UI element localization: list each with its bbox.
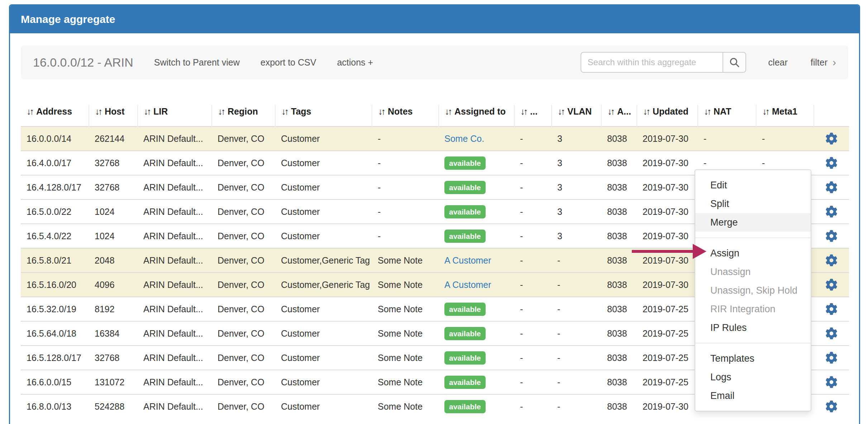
status-badge-available: available [444,156,486,170]
cell-c8: - [514,321,552,346]
cell-asn: 8038 [601,151,637,175]
menu-item-merge[interactable]: Merge [695,213,811,232]
aggregate-title: 16.0.0.0/12 - ARIN [33,56,133,69]
sort-icon: ↓↑ [520,106,526,116]
cell-actions [814,248,849,273]
cell-tags: Customer [275,199,372,224]
gear-icon[interactable] [825,352,838,364]
cell-assigned: Some Co. [439,126,514,151]
assigned-to-link[interactable]: A Customer [444,255,491,265]
menu-divider [695,343,811,343]
column-header-nat[interactable]: ↓↑NAT [698,105,756,126]
filter-link[interactable]: filter › [811,56,836,68]
assigned-to-link[interactable]: Some Co. [444,134,484,144]
cell-asn: 8038 [601,346,637,370]
export-to-csv-link[interactable]: export to CSV [261,57,316,68]
gear-icon[interactable] [825,376,838,388]
menu-item-unassign: Unassign [695,262,811,281]
clear-link[interactable]: clear [768,57,788,68]
cell-vlan: 3 [552,224,601,248]
cell-updated: 2019-07-30 [637,175,698,199]
annotation-arrow [632,250,695,253]
cell-host: 2048 [89,248,138,273]
column-header-vlan[interactable]: ↓↑VLAN [552,105,601,126]
cell-lir: ARIN Default... [138,394,212,418]
gear-icon[interactable] [825,254,838,266]
cell-lir: ARIN Default... [138,297,212,321]
gear-icon[interactable] [825,400,838,413]
cell-host: 32768 [89,175,138,199]
column-header--[interactable]: ↓↑... [514,105,552,126]
column-header-tags[interactable]: ↓↑Tags [275,105,372,126]
menu-item-logs[interactable]: Logs [695,368,811,386]
cell-asn: 8038 [601,297,637,321]
column-header-lir[interactable]: ↓↑LIR [138,105,212,126]
gear-icon[interactable] [825,230,838,242]
cell-vlan: 3 [552,151,601,175]
cell-actions [814,370,849,394]
cell-vlan: 3 [552,199,601,224]
search-input[interactable] [581,52,723,73]
column-header-notes[interactable]: ↓↑Notes [372,105,439,126]
gear-icon[interactable] [825,206,838,218]
cell-region: Denver, CO [212,297,275,321]
row-context-menu: EditSplitMergeAssignUnassignUnassign, Sk… [695,169,811,411]
menu-item-assign[interactable]: Assign [695,244,811,262]
cell-tags: Customer [275,370,372,394]
cell-host: 524288 [89,394,138,418]
cell-assigned: available [439,175,514,199]
column-header-a-[interactable]: ↓↑A... [601,105,637,126]
cell-c8: - [514,370,552,394]
cell-assigned: available [439,370,514,394]
cell-assigned: available [439,151,514,175]
menu-item-split[interactable]: Split [695,194,811,213]
cell-region: Denver, CO [212,273,275,297]
cell-addr: 16.5.64.0/18 [21,321,89,346]
search-button[interactable] [722,52,746,73]
column-header-address[interactable]: ↓↑Address [21,105,89,126]
sort-icon: ↓↑ [704,106,710,116]
cell-lir: ARIN Default... [138,321,212,346]
menu-item-ip-rules[interactable]: IP Rules [695,318,811,337]
annotation-arrow-head [693,244,706,259]
column-header-meta1[interactable]: ↓↑Meta1 [756,105,814,126]
gear-icon[interactable] [825,132,838,145]
cell-tags: Customer [275,175,372,199]
cell-addr: 16.5.128.0/17 [21,346,89,370]
gear-icon[interactable] [825,181,838,193]
column-header-updated[interactable]: ↓↑Updated [637,105,698,126]
cell-assigned: A Customer [439,248,514,273]
menu-item-email[interactable]: Email [695,386,811,405]
gear-icon[interactable] [825,157,838,169]
cell-updated: 2019-07-30 [637,151,698,175]
cell-tags: Customer [275,346,372,370]
actions-menu-link[interactable]: actions + [337,57,373,68]
cell-updated: 2019-07-25 [637,297,698,321]
sort-icon: ↓↑ [762,106,768,116]
cell-asn: 8038 [601,224,637,248]
switch-to-parent-view-link[interactable]: Switch to Parent view [154,57,240,68]
cell-updated: 2019-07-25 [637,321,698,346]
cell-actions [814,394,849,418]
cell-host: 16384 [89,321,138,346]
gear-icon[interactable] [825,327,838,339]
cell-vlan: - [552,297,601,321]
cell-asn: 8038 [601,126,637,151]
cell-addr: 16.4.0.0/17 [21,151,89,175]
cell-c8: - [514,248,552,273]
menu-item-templates[interactable]: Templates [695,349,811,368]
cell-tags: Customer [275,297,372,321]
assigned-to-link[interactable]: A Customer [444,280,491,290]
column-header-host[interactable]: ↓↑Host [89,105,138,126]
column-header-assigned-to[interactable]: ↓↑Assigned to [439,105,514,126]
gear-icon[interactable] [825,303,838,315]
cell-lir: ARIN Default... [138,151,212,175]
cell-lir: ARIN Default... [138,126,212,151]
column-header-region[interactable]: ↓↑Region [212,105,275,126]
menu-item-edit[interactable]: Edit [695,176,811,194]
cell-assigned: A Customer [439,273,514,297]
gear-icon[interactable] [825,279,838,291]
cell-c8: - [514,394,552,418]
sort-icon: ↓↑ [144,106,150,116]
cell-lir: ARIN Default... [138,175,212,199]
